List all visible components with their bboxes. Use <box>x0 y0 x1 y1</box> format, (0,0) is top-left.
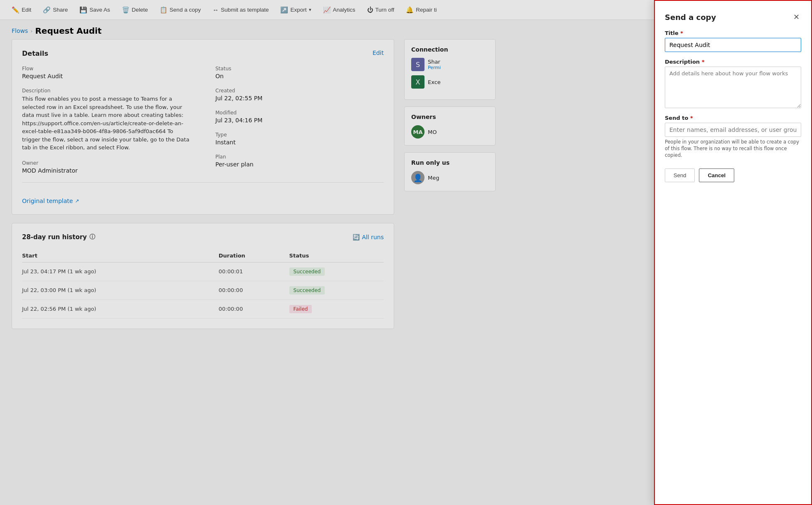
description-required-star: * <box>702 59 705 65</box>
title-input[interactable] <box>665 38 801 52</box>
modal-title: Send a copy <box>665 13 716 22</box>
cancel-button[interactable]: Cancel <box>699 168 734 182</box>
send-to-form-group: Send to * People in your organization wi… <box>665 115 801 158</box>
description-label: Description * <box>665 59 801 65</box>
send-to-input[interactable] <box>665 123 801 137</box>
modal-header: Send a copy ✕ <box>665 11 801 23</box>
title-form-group: Title * <box>665 30 801 52</box>
title-label: Title * <box>665 30 801 36</box>
modal-close-button[interactable]: ✕ <box>792 11 801 23</box>
send-copy-modal: Send a copy ✕ Title * Description * Send… <box>654 0 812 505</box>
send-to-label: Send to * <box>665 115 801 121</box>
send-button[interactable]: Send <box>665 168 695 182</box>
send-to-hint: People in your organization will be able… <box>665 139 801 158</box>
title-required-star: * <box>680 30 683 36</box>
description-textarea[interactable] <box>665 67 801 108</box>
modal-actions: Send Cancel <box>665 168 801 182</box>
send-to-required-star: * <box>690 115 693 121</box>
description-form-group: Description * <box>665 59 801 108</box>
